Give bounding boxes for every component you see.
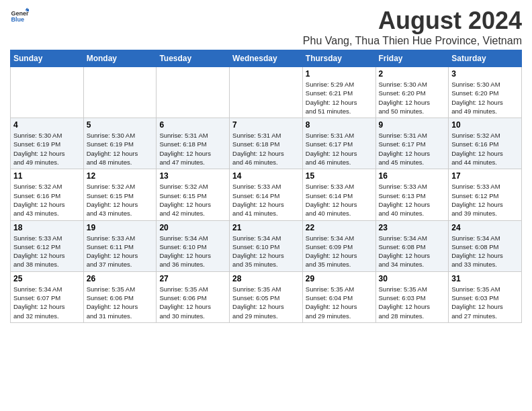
day-info: Sunrise: 5:31 AM Sunset: 6:17 PM Dayligh… (306, 131, 373, 167)
day-number: 1 (306, 69, 373, 79)
calendar-cell (11, 67, 84, 118)
calendar-cell: 30Sunrise: 5:35 AM Sunset: 6:03 PM Dayli… (375, 271, 449, 322)
main-title: August 2024 (303, 7, 522, 35)
day-info: Sunrise: 5:31 AM Sunset: 6:17 PM Dayligh… (379, 131, 446, 167)
day-info: Sunrise: 5:35 AM Sunset: 6:06 PM Dayligh… (87, 285, 154, 320)
day-info: Sunrise: 5:30 AM Sunset: 6:20 PM Dayligh… (379, 80, 446, 116)
title-area: August 2024 Phu Vang, Thua Thien Hue Pro… (303, 7, 522, 47)
calendar-cell: 25Sunrise: 5:34 AM Sunset: 6:07 PM Dayli… (11, 271, 84, 322)
day-info: Sunrise: 5:33 AM Sunset: 6:11 PM Dayligh… (87, 234, 154, 269)
calendar-cell: 11Sunrise: 5:32 AM Sunset: 6:16 PM Dayli… (11, 169, 84, 220)
day-info: Sunrise: 5:35 AM Sunset: 6:03 PM Dayligh… (379, 285, 446, 320)
calendar-cell: 28Sunrise: 5:35 AM Sunset: 6:05 PM Dayli… (230, 271, 303, 322)
svg-text:Blue: Blue (11, 16, 24, 23)
day-info: Sunrise: 5:31 AM Sunset: 6:18 PM Dayligh… (159, 131, 226, 167)
week-row-4: 18Sunrise: 5:33 AM Sunset: 6:12 PM Dayli… (11, 220, 522, 271)
calendar-cell: 12Sunrise: 5:32 AM Sunset: 6:15 PM Dayli… (83, 169, 157, 220)
calendar-cell: 19Sunrise: 5:33 AM Sunset: 6:11 PM Dayli… (83, 220, 157, 271)
calendar-cell: 18Sunrise: 5:33 AM Sunset: 6:12 PM Dayli… (11, 220, 84, 271)
day-number: 3 (451, 69, 519, 79)
day-info: Sunrise: 5:33 AM Sunset: 6:14 PM Dayligh… (306, 182, 373, 218)
calendar-cell (157, 67, 230, 118)
day-number: 19 (87, 223, 154, 232)
day-info: Sunrise: 5:33 AM Sunset: 6:12 PM Dayligh… (451, 182, 519, 218)
day-number: 30 (379, 274, 446, 283)
calendar-cell: 26Sunrise: 5:35 AM Sunset: 6:06 PM Dayli… (83, 271, 157, 322)
calendar-cell: 24Sunrise: 5:34 AM Sunset: 6:08 PM Dayli… (449, 220, 522, 271)
day-number: 5 (87, 120, 154, 130)
day-number: 15 (306, 171, 373, 181)
day-info: Sunrise: 5:35 AM Sunset: 6:06 PM Dayligh… (159, 285, 226, 320)
calendar-cell: 15Sunrise: 5:33 AM Sunset: 6:14 PM Dayli… (302, 169, 375, 220)
header: General Blue August 2024 Phu Vang, Thua … (10, 7, 522, 47)
day-info: Sunrise: 5:35 AM Sunset: 6:03 PM Dayligh… (451, 285, 519, 320)
day-number: 29 (306, 274, 373, 283)
day-number: 12 (87, 171, 154, 181)
calendar-cell: 6Sunrise: 5:31 AM Sunset: 6:18 PM Daylig… (157, 118, 230, 169)
day-number: 25 (13, 274, 81, 283)
calendar-cell: 1Sunrise: 5:29 AM Sunset: 6:21 PM Daylig… (302, 67, 375, 118)
calendar-cell: 9Sunrise: 5:31 AM Sunset: 6:17 PM Daylig… (375, 118, 449, 169)
day-info: Sunrise: 5:34 AM Sunset: 6:07 PM Dayligh… (13, 285, 81, 320)
day-number: 28 (232, 274, 300, 283)
day-info: Sunrise: 5:34 AM Sunset: 6:09 PM Dayligh… (306, 234, 373, 269)
calendar-cell: 23Sunrise: 5:34 AM Sunset: 6:08 PM Dayli… (375, 220, 449, 271)
day-number: 22 (306, 223, 373, 232)
calendar-cell: 10Sunrise: 5:32 AM Sunset: 6:16 PM Dayli… (449, 118, 522, 169)
day-number: 18 (13, 223, 81, 232)
day-info: Sunrise: 5:33 AM Sunset: 6:13 PM Dayligh… (379, 182, 446, 218)
day-info: Sunrise: 5:31 AM Sunset: 6:18 PM Dayligh… (232, 131, 300, 167)
day-number: 7 (232, 120, 300, 130)
day-number: 20 (159, 223, 226, 232)
day-number: 10 (451, 120, 519, 130)
week-row-5: 25Sunrise: 5:34 AM Sunset: 6:07 PM Dayli… (11, 271, 522, 322)
day-number: 31 (451, 274, 519, 283)
day-number: 17 (451, 171, 519, 181)
day-number: 23 (379, 223, 446, 232)
day-number: 21 (232, 223, 300, 232)
day-info: Sunrise: 5:30 AM Sunset: 6:19 PM Dayligh… (13, 131, 81, 167)
calendar-cell: 5Sunrise: 5:30 AM Sunset: 6:19 PM Daylig… (83, 118, 157, 169)
header-day-monday: Monday (83, 50, 157, 67)
day-info: Sunrise: 5:32 AM Sunset: 6:15 PM Dayligh… (159, 182, 226, 218)
subtitle: Phu Vang, Thua Thien Hue Province, Vietn… (303, 35, 522, 47)
day-info: Sunrise: 5:33 AM Sunset: 6:12 PM Dayligh… (13, 234, 81, 269)
day-info: Sunrise: 5:30 AM Sunset: 6:19 PM Dayligh… (87, 131, 154, 167)
logo: General Blue (10, 7, 29, 26)
calendar-cell: 22Sunrise: 5:34 AM Sunset: 6:09 PM Dayli… (302, 220, 375, 271)
day-number: 13 (159, 171, 226, 181)
day-number: 8 (306, 120, 373, 130)
calendar-cell: 8Sunrise: 5:31 AM Sunset: 6:17 PM Daylig… (302, 118, 375, 169)
calendar-cell: 4Sunrise: 5:30 AM Sunset: 6:19 PM Daylig… (11, 118, 84, 169)
week-row-1: 1Sunrise: 5:29 AM Sunset: 6:21 PM Daylig… (11, 67, 522, 118)
calendar-cell: 7Sunrise: 5:31 AM Sunset: 6:18 PM Daylig… (230, 118, 303, 169)
calendar-cell: 14Sunrise: 5:33 AM Sunset: 6:14 PM Dayli… (230, 169, 303, 220)
day-info: Sunrise: 5:32 AM Sunset: 6:16 PM Dayligh… (451, 131, 519, 167)
calendar-cell: 21Sunrise: 5:34 AM Sunset: 6:10 PM Dayli… (230, 220, 303, 271)
day-info: Sunrise: 5:35 AM Sunset: 6:04 PM Dayligh… (306, 285, 373, 320)
day-number: 24 (451, 223, 519, 232)
day-number: 11 (13, 171, 81, 181)
calendar-cell (230, 67, 303, 118)
day-number: 4 (13, 120, 81, 130)
day-info: Sunrise: 5:34 AM Sunset: 6:08 PM Dayligh… (379, 234, 446, 269)
week-row-3: 11Sunrise: 5:32 AM Sunset: 6:16 PM Dayli… (11, 169, 522, 220)
logo-icon: General Blue (10, 7, 29, 26)
day-info: Sunrise: 5:35 AM Sunset: 6:05 PM Dayligh… (232, 285, 300, 320)
day-info: Sunrise: 5:30 AM Sunset: 6:20 PM Dayligh… (451, 80, 519, 116)
calendar-cell: 3Sunrise: 5:30 AM Sunset: 6:20 PM Daylig… (449, 67, 522, 118)
header-day-friday: Friday (375, 50, 449, 67)
header-day-tuesday: Tuesday (157, 50, 230, 67)
day-number: 16 (379, 171, 446, 181)
header-day-saturday: Saturday (449, 50, 522, 67)
day-number: 9 (379, 120, 446, 130)
day-info: Sunrise: 5:29 AM Sunset: 6:21 PM Dayligh… (306, 80, 373, 116)
calendar-cell: 13Sunrise: 5:32 AM Sunset: 6:15 PM Dayli… (157, 169, 230, 220)
day-info: Sunrise: 5:34 AM Sunset: 6:10 PM Dayligh… (159, 234, 226, 269)
calendar-cell: 31Sunrise: 5:35 AM Sunset: 6:03 PM Dayli… (449, 271, 522, 322)
day-info: Sunrise: 5:32 AM Sunset: 6:16 PM Dayligh… (13, 182, 81, 218)
header-day-sunday: Sunday (11, 50, 84, 67)
day-number: 2 (379, 69, 446, 79)
calendar-cell: 29Sunrise: 5:35 AM Sunset: 6:04 PM Dayli… (302, 271, 375, 322)
day-number: 26 (87, 274, 154, 283)
